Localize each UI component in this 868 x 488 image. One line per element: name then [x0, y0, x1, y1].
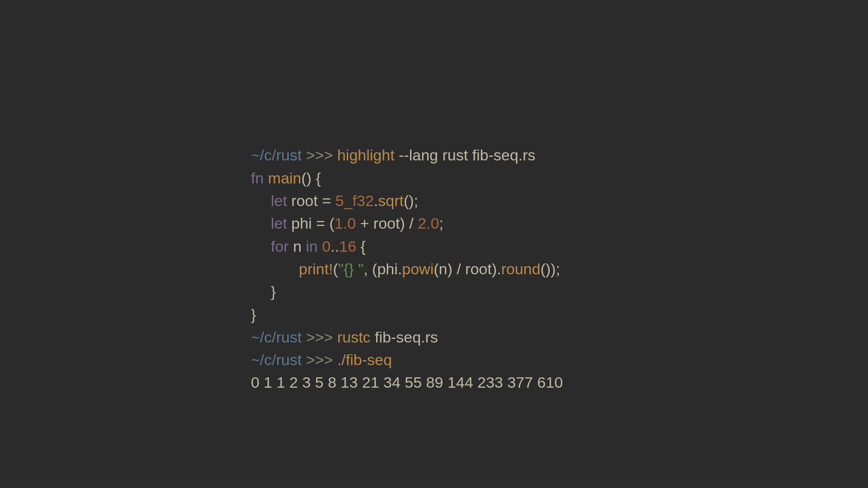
prompt-chevrons: >>> [306, 351, 333, 368]
prompt-line-3: ~/c/rust >>> ./fib-seq [251, 351, 392, 368]
punc: ( [333, 260, 338, 277]
num-5f32: 5_f32 [335, 192, 374, 209]
num-1-0: 1.0 [335, 215, 356, 232]
num-0: 0 [322, 238, 330, 255]
fn-main: main [268, 169, 302, 187]
punc: (n) / root). [434, 260, 501, 277]
punc: + root) / [356, 215, 418, 232]
code-line-3: let phi = (1.0 + root) / 2.0; [251, 212, 443, 235]
kw-for: for [271, 238, 289, 255]
fn-sqrt: sqrt [378, 192, 404, 209]
num-16: 16 [339, 238, 356, 255]
num-2-0: 2.0 [418, 215, 439, 232]
prompt-path: ~/c/rust [251, 328, 302, 346]
code-line-1: fn main() { [251, 169, 321, 187]
punc: () { [302, 169, 321, 187]
punc-range: .. [330, 238, 339, 255]
command-rustc: rustc [337, 328, 371, 346]
ident-root: root [287, 192, 322, 209]
punc: . [374, 192, 378, 209]
ident-phi: phi [287, 215, 316, 232]
punc: , (phi. [363, 260, 402, 277]
command-args: --lang rust fib-seq.rs [395, 146, 536, 164]
code-line-5: print!("{} ", (phi.powi(n) / root).round… [251, 258, 560, 280]
string-fmt: "{} " [338, 260, 363, 277]
prompt-path: ~/c/rust [251, 146, 302, 164]
program-output: 0 1 1 2 3 5 8 13 21 34 55 89 144 233 377… [251, 374, 563, 391]
punc: { [356, 238, 366, 255]
kw-let: let [271, 215, 287, 232]
kw-fn: fn [251, 169, 264, 187]
prompt-chevrons: >>> [306, 328, 333, 346]
code-line-4: for n in 0..16 { [251, 235, 366, 258]
command-highlight: highlight [337, 146, 395, 164]
macro-print: print! [299, 260, 333, 277]
kw-let: let [271, 192, 287, 209]
code-line-2: let root = 5_f32.sqrt(); [251, 189, 418, 212]
fn-round: round [501, 260, 540, 277]
ident-n: n [289, 238, 306, 255]
prompt-chevrons: >>> [306, 146, 333, 164]
prompt-line-2: ~/c/rust >>> rustc fib-seq.rs [251, 328, 438, 346]
punc: = [322, 192, 335, 209]
punc: = ( [316, 215, 335, 232]
punc: (); [404, 192, 418, 209]
prompt-line-1: ~/c/rust >>> highlight --lang rust fib-s… [251, 146, 535, 164]
code-line-7: } [251, 306, 256, 323]
code-line-6: } [251, 280, 276, 303]
terminal-output: ~/c/rust >>> highlight --lang rust fib-s… [251, 121, 563, 394]
fn-powi: powi [402, 260, 434, 277]
kw-in: in [306, 238, 318, 255]
punc: ()); [540, 260, 560, 277]
command-args: fib-seq.rs [371, 328, 438, 346]
punc [318, 238, 322, 255]
punc: ; [439, 215, 443, 232]
prompt-path: ~/c/rust [251, 351, 302, 368]
command-run: ./fib-seq [337, 351, 392, 368]
